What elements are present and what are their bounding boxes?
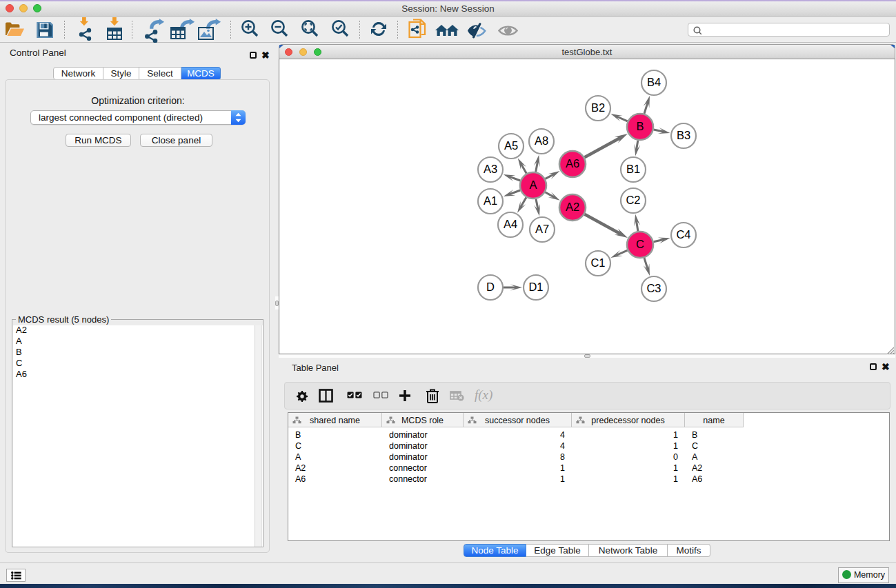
svg-text:B4: B4: [647, 76, 661, 88]
svg-text:A8: A8: [535, 134, 548, 147]
svg-text:B1: B1: [626, 163, 640, 175]
svg-text:A4: A4: [504, 218, 517, 230]
svg-text:C4: C4: [676, 228, 690, 241]
svg-text:A1: A1: [484, 194, 497, 207]
svg-text:A6: A6: [566, 157, 579, 170]
svg-text:B3: B3: [677, 129, 690, 141]
svg-text:C2: C2: [626, 194, 640, 206]
svg-text:A3: A3: [484, 163, 497, 175]
svg-text:C1: C1: [590, 256, 605, 269]
svg-text:D1: D1: [528, 281, 543, 293]
svg-text:C: C: [636, 238, 644, 250]
svg-text:B2: B2: [591, 101, 605, 114]
svg-text:A7: A7: [535, 223, 549, 235]
svg-text:A: A: [529, 179, 537, 191]
svg-text:B: B: [636, 120, 644, 132]
svg-text:A2: A2: [566, 201, 579, 213]
svg-text:C3: C3: [646, 282, 661, 294]
svg-text:A5: A5: [504, 139, 518, 152]
svg-text:D: D: [486, 281, 495, 293]
